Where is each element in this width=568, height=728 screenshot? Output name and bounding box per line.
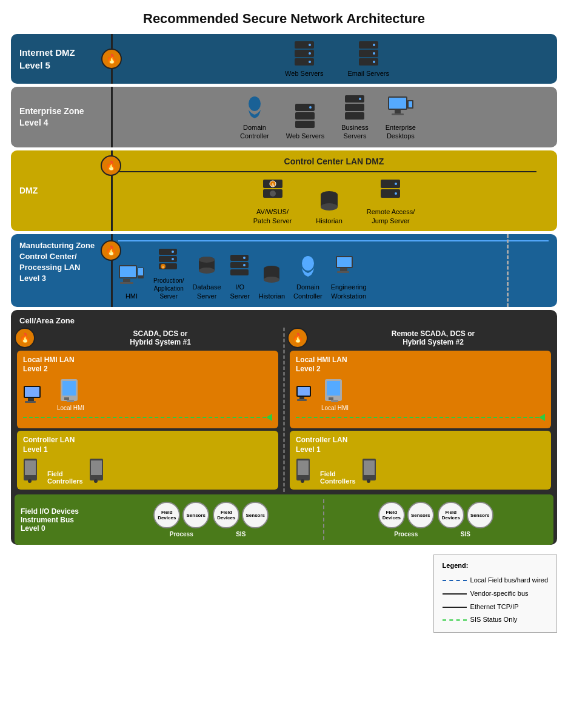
legend-line-solid-eth bbox=[443, 607, 467, 608]
svg-rect-81 bbox=[91, 460, 102, 475]
cell-area-zone: Cell/Area Zone 🔥 SCADA, DCS orHybrid Sys… bbox=[11, 310, 557, 545]
hmi-lan-pc-s1 bbox=[23, 385, 50, 411]
svg-point-79 bbox=[28, 479, 32, 483]
firewall-icon-s2: 🔥 bbox=[287, 328, 308, 348]
legend-line-dashed-blue bbox=[443, 580, 467, 581]
field-io-zone: Field I/O DevicesInstrument BusLevel 0 F… bbox=[15, 494, 553, 545]
svg-rect-19 bbox=[345, 112, 364, 120]
svg-rect-45 bbox=[159, 249, 177, 255]
field-ctrl-s1-icon2 bbox=[89, 458, 107, 485]
field-devices-s2-sis: FieldDevices bbox=[438, 502, 464, 528]
svg-rect-67 bbox=[340, 268, 347, 271]
field-ctrl-s2-icon1 bbox=[296, 458, 314, 485]
historian-dmz: Historian bbox=[316, 187, 342, 225]
svg-rect-23 bbox=[395, 110, 401, 113]
legend-item-4: SIS Status Only bbox=[443, 614, 548, 626]
zone-enterprise-content: DomainController Web Servers bbox=[107, 94, 549, 141]
local-hmi-s1-device: Local HMI bbox=[57, 378, 84, 411]
business-servers: BusinessServers bbox=[341, 94, 369, 141]
svg-rect-92 bbox=[298, 460, 309, 475]
sis-s2-label: SIS bbox=[461, 531, 470, 538]
field-ctrl-s2-label: FieldControllers bbox=[320, 470, 356, 485]
svg-point-31 bbox=[270, 190, 276, 197]
process-s1-circles: FieldDevices Sensors bbox=[153, 502, 209, 528]
svg-rect-35 bbox=[381, 180, 400, 188]
field-ctrl-s2-icon2 bbox=[362, 458, 380, 485]
svg-rect-89 bbox=[329, 397, 333, 400]
internet-devices: Web Servers Email Servers bbox=[125, 40, 549, 78]
database-server-icon bbox=[196, 254, 217, 283]
process-s1: FieldDevices Sensors Process bbox=[153, 502, 209, 538]
field-ctrl-s1-icon1 bbox=[23, 458, 41, 485]
svg-rect-44 bbox=[138, 268, 143, 275]
zone-mfg-label: Manufacturing ZoneControl Center/Process… bbox=[19, 240, 107, 300]
svg-rect-15 bbox=[295, 121, 315, 128]
svg-rect-78 bbox=[25, 460, 36, 475]
hmi-lan-s1-content: Local HMI bbox=[23, 378, 272, 411]
system1-wrapper: 🔥 SCADA, DCS orHybrid System #1 Local HM… bbox=[15, 328, 285, 492]
svg-rect-57 bbox=[230, 262, 249, 268]
sensors-s2-process: Sensors bbox=[407, 502, 434, 528]
dmz-devices: A AV/WSUS/Patch Server Historian bbox=[119, 178, 549, 225]
zone-enterprise: Enterprise ZoneLevel 4 DomainController bbox=[11, 87, 557, 147]
svg-rect-72 bbox=[25, 401, 36, 403]
hmi-lan-s2-content: Local HMI bbox=[296, 378, 545, 411]
svg-rect-36 bbox=[381, 189, 400, 198]
zone-enterprise-label: Enterprise ZoneLevel 4 bbox=[19, 106, 107, 129]
hmi-mfg: HMI bbox=[118, 264, 145, 300]
web-servers-device-internet: Web Servers bbox=[285, 40, 323, 78]
remote-access-icon bbox=[379, 178, 402, 207]
svg-rect-13 bbox=[295, 104, 315, 111]
database-server-mfg: DatabaseServer bbox=[193, 254, 221, 300]
production-app-server: A Production/ApplicationServer bbox=[153, 248, 184, 300]
field-io-content: Field I/O DevicesInstrument BusLevel 0 F… bbox=[21, 499, 547, 540]
field-io-s1-devices: FieldDevices Sensors Process FieldDevice… bbox=[153, 502, 269, 538]
enterprise-desktops: EnterpriseDesktops bbox=[386, 95, 416, 141]
sis-s1-label: SIS bbox=[236, 531, 246, 538]
diagram-wrapper: Internet DMZLevel 5 🔥 bbox=[0, 34, 568, 649]
svg-point-16 bbox=[309, 106, 312, 109]
domain-ctrl-mfg-icon bbox=[297, 255, 319, 283]
svg-point-11 bbox=[373, 61, 375, 63]
svg-rect-2 bbox=[295, 58, 314, 66]
svg-point-64 bbox=[302, 256, 314, 271]
sis-s2-circles: FieldDevices Sensors bbox=[438, 502, 493, 528]
ctrl-lan-s1-content: FieldControllers bbox=[23, 458, 272, 485]
domain-controller-icon bbox=[244, 95, 266, 123]
zone-internet-content: Web Servers Email Servers bbox=[125, 40, 549, 78]
zone-internet-label: Internet DMZLevel 5 bbox=[19, 46, 107, 72]
svg-rect-42 bbox=[120, 282, 133, 284]
svg-point-59 bbox=[243, 257, 246, 259]
svg-rect-41 bbox=[123, 279, 130, 282]
enterprise-devices: DomainController Web Servers bbox=[107, 94, 549, 141]
svg-rect-70 bbox=[25, 387, 39, 397]
svg-rect-66 bbox=[337, 257, 352, 267]
svg-point-12 bbox=[249, 96, 261, 111]
svg-point-96 bbox=[367, 479, 370, 483]
svg-rect-56 bbox=[230, 255, 249, 261]
legend-title: Legend: bbox=[443, 560, 548, 572]
remote-access-server: Remote Access/Jump Server bbox=[367, 178, 415, 225]
svg-point-82 bbox=[94, 479, 98, 483]
svg-point-38 bbox=[395, 192, 397, 195]
svg-point-63 bbox=[264, 277, 279, 283]
cell-area-label: Cell/Area Zone bbox=[15, 314, 553, 328]
field-io-s2: FieldDevices Sensors Process FieldDevice… bbox=[324, 499, 548, 540]
local-hmi-lan-s1: Local HMI LANLevel 2 bbox=[17, 351, 278, 428]
svg-point-48 bbox=[172, 251, 174, 253]
zone-manufacturing: 🔥 Manufacturing ZoneControl Center/Proce… bbox=[11, 234, 557, 307]
svg-rect-1 bbox=[295, 50, 314, 57]
sensors-s2-sis: Sensors bbox=[467, 502, 493, 528]
svg-rect-76 bbox=[67, 400, 74, 402]
server-icon-email bbox=[357, 40, 380, 69]
zone-dmz: DMZ 🔥 Control Center LAN DMZ A bbox=[11, 150, 557, 231]
server-icon-web-ent bbox=[293, 103, 316, 132]
mfg-hline bbox=[118, 240, 549, 241]
svg-rect-18 bbox=[345, 104, 364, 111]
svg-point-3 bbox=[309, 44, 311, 46]
firewall-icon-dmz: 🔥 bbox=[101, 155, 121, 176]
field-io-label: Field I/O DevicesInstrument BusLevel 0 bbox=[21, 499, 99, 540]
domain-controller: DomainController bbox=[240, 95, 269, 141]
historian-mfg: Historian bbox=[259, 263, 285, 300]
field-devices-s1-process: FieldDevices bbox=[153, 502, 180, 528]
